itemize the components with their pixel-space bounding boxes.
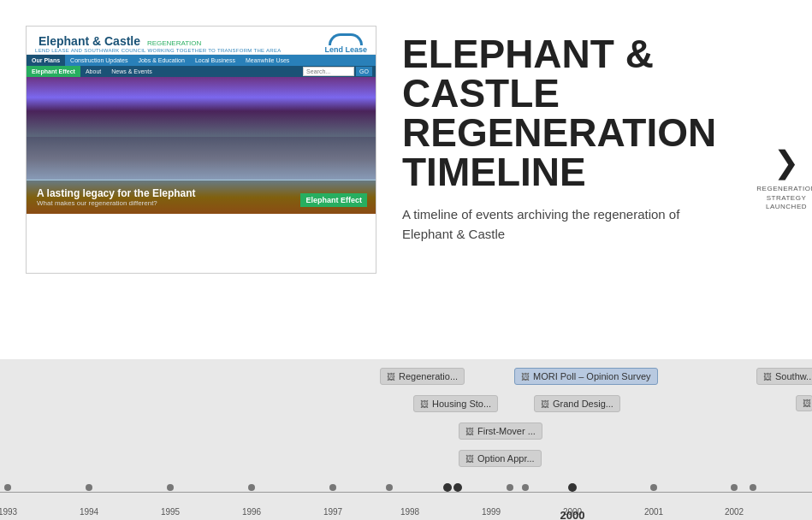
timeline-year-2001: 2001 [644,507,663,517]
page-title: ELEPHANT & CASTLE REGENERATION TIMELINE [402,34,786,192]
mockup-nav-item-jobs[interactable]: Jobs & Education [133,55,189,66]
timeline-dot-2001 [650,484,657,491]
mockup-subnav-item-about[interactable]: About [80,66,106,77]
page-description: A timeline of events archiving the regen… [402,205,710,244]
timeline-dot-1997 [329,484,336,491]
timeline-dot-1999b [453,483,462,492]
mockup-subnav: Elephant Effect About News & Events GO [27,66,376,77]
timeline-card-right-edge[interactable]: 🖼 [796,395,812,411]
mockup-nav: Our Plans Construction Updates Jobs & Ed… [27,55,376,66]
top-section: Elephant & Castle REGENERATION LEND LEAS… [0,0,812,359]
timeline-year-1996: 1996 [242,507,261,517]
timeline-year-1998: 1998 [400,507,419,517]
mockup-nav-item-local[interactable]: Local Business [190,55,240,66]
mockup-brand: Elephant & Castle REGENERATION LEND LEAS… [35,34,282,53]
mori-poll-icon: 🖼 [521,372,530,381]
southwark-icon: 🖼 [763,372,772,381]
timeline-dot-2002 [731,484,738,491]
lend-lease-logo: Lend Lease [324,33,367,54]
mockup-subnav-item-elephant[interactable]: Elephant Effect [27,66,80,77]
timeline-card-mori-poll[interactable]: 🖼 MORI Poll – Opinion Survey [514,368,658,385]
timeline-dot-1999c [507,484,513,491]
timeline-axis [0,492,812,493]
mockup-header: Elephant & Castle REGENERATION LEND LEAS… [27,27,376,55]
lend-lease-arc [329,33,363,45]
website-mockup: Elephant & Castle REGENERATION LEND LEAS… [26,26,376,274]
next-label: REGENERATIONSTRATEGYLAUNCHED [756,185,812,211]
mockup-hero-badge: Elephant Effect [300,193,367,207]
lend-lease-text: Lend Lease [324,45,367,54]
timeline-dot-1999a [443,483,452,492]
timeline-dot-1993 [4,484,11,491]
mockup-brand-title: Elephant & Castle REGENERATION [35,34,282,48]
housing-icon: 🖼 [420,399,429,409]
timeline-dot-next [750,484,756,491]
right-content: ELEPHANT & CASTLE REGENERATION TIMELINE … [402,26,786,244]
timeline-dot-1995 [167,484,174,491]
regeneration-icon: 🖼 [387,372,395,381]
timeline-card-option-appr[interactable]: 🖼 Option Appr... [459,450,542,467]
timeline-dot-1994 [86,484,92,491]
timeline-year-1999: 1999 [482,507,501,517]
timeline-dot-1999d [522,484,529,491]
mockup-brand-sub: LEND LEASE AND SOUTHWARK COUNCIL WORKING… [35,48,282,53]
timeline-card-regeneration[interactable]: 🖼 Regeneratio... [380,368,465,385]
timeline-dot-2000 [568,483,577,492]
timeline-card-housing[interactable]: 🖼 Housing Sto... [413,395,498,412]
timeline-card-grand-design[interactable]: 🖼 Grand Desig... [534,395,620,412]
timeline-dot-1998 [386,484,393,491]
timeline-year-1994: 1994 [80,507,98,517]
timeline-card-first-mover[interactable]: 🖼 First-Mover ... [459,422,542,440]
timeline-section: 🖼 Regeneratio... 🖼 Housing Sto... 🖼 MORI… [0,359,812,520]
grand-design-icon: 🖼 [541,399,549,409]
timeline-year-1993: 1993 [0,507,17,517]
timeline-current-year-label: 2000 [560,509,585,520]
option-appr-icon: 🖼 [465,454,474,464]
mockup-search-btn[interactable]: GO [356,67,372,76]
mockup-nav-item-construction[interactable]: Construction Updates [65,55,133,66]
mockup-hero-image: A lasting legacy for the Elephant What m… [27,77,376,214]
next-chevron-icon[interactable]: ❯ [773,147,799,178]
mockup-search: GO [303,67,372,76]
timeline-dot-1996 [248,484,255,491]
timeline-year-2002: 2002 [725,507,744,517]
timeline-year-1995: 1995 [161,507,180,517]
next-button-container: ❯ REGENERATIONSTRATEGYLAUNCHED [761,0,812,359]
timeline-events: 🖼 Regeneratio... 🖼 Housing Sto... 🖼 MORI… [0,359,812,483]
mockup-nav-item-our-plans[interactable]: Our Plans [27,55,65,66]
first-mover-icon: 🖼 [465,427,474,436]
right-edge-icon: 🖼 [803,399,811,408]
timeline-card-southwark[interactable]: 🖼 Southw... [756,368,812,385]
mockup-search-input[interactable] [303,67,354,76]
timeline-year-1997: 1997 [323,507,342,517]
mockup-nav-item-meanwhile[interactable]: Meanwhile Uses [240,55,294,66]
mockup-subnav-item-news[interactable]: News & Events [106,66,157,77]
